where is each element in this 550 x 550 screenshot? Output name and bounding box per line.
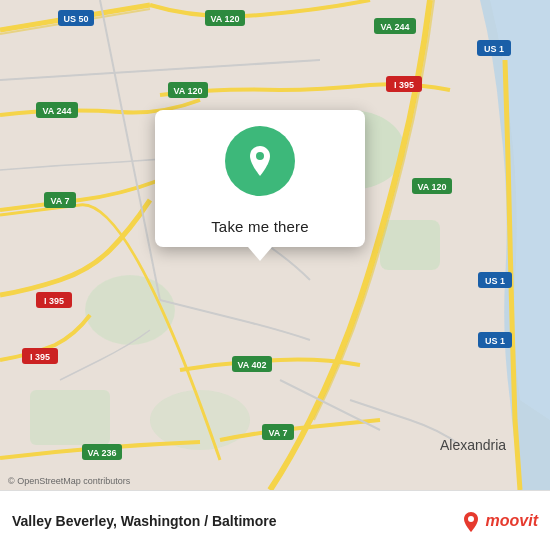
location-title: Valley Beverley, Washington / Baltimore xyxy=(12,513,277,529)
svg-point-5 xyxy=(150,390,250,450)
moovit-brand-icon xyxy=(460,510,482,532)
moovit-brand-label: moovit xyxy=(486,512,538,530)
svg-text:VA 236: VA 236 xyxy=(87,448,116,458)
moovit-logo: moovit xyxy=(460,510,538,532)
svg-text:US 1: US 1 xyxy=(484,44,504,54)
svg-rect-2 xyxy=(380,220,440,270)
svg-text:VA 244: VA 244 xyxy=(42,106,71,116)
svg-point-42 xyxy=(256,152,264,160)
svg-text:VA 7: VA 7 xyxy=(268,428,287,438)
svg-text:I 395: I 395 xyxy=(44,296,64,306)
take-me-there-button[interactable]: Take me there xyxy=(171,206,349,247)
svg-text:VA 7: VA 7 xyxy=(50,196,69,206)
svg-text:Alexandria: Alexandria xyxy=(440,437,506,453)
popup-card: Take me there xyxy=(155,110,365,247)
svg-text:VA 120: VA 120 xyxy=(173,86,202,96)
bottom-info-row: Valley Beverley, Washington / Baltimore … xyxy=(12,510,538,532)
svg-text:© OpenStreetMap contributors: © OpenStreetMap contributors xyxy=(8,476,131,486)
bottom-bar: Valley Beverley, Washington / Baltimore … xyxy=(0,490,550,550)
svg-text:VA 402: VA 402 xyxy=(237,360,266,370)
location-icon-bg xyxy=(225,126,295,196)
svg-text:US 1: US 1 xyxy=(485,276,505,286)
map-container: US 50 VA 120 VA 244 US 1 I 395 VA 244 VA… xyxy=(0,0,550,490)
svg-point-43 xyxy=(468,516,474,522)
svg-text:US 1: US 1 xyxy=(485,336,505,346)
svg-text:VA 120: VA 120 xyxy=(417,182,446,192)
svg-text:VA 120: VA 120 xyxy=(210,14,239,24)
svg-text:I 395: I 395 xyxy=(30,352,50,362)
svg-rect-4 xyxy=(30,390,110,445)
svg-text:I 395: I 395 xyxy=(394,80,414,90)
svg-text:US 50: US 50 xyxy=(63,14,88,24)
location-pin-icon xyxy=(242,143,278,179)
svg-text:VA 244: VA 244 xyxy=(380,22,409,32)
